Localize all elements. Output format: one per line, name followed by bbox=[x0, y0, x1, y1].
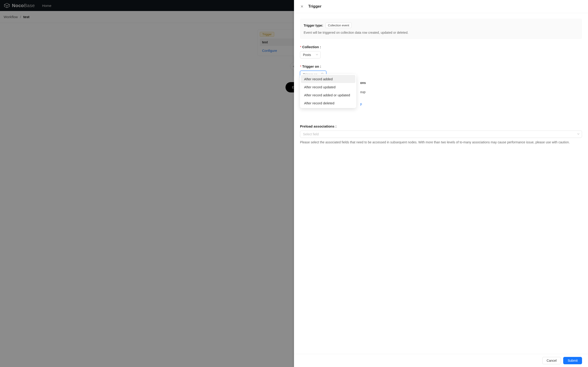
preload-associations-field: Preload associations : Select field Plea… bbox=[300, 124, 582, 145]
preload-placeholder: Select field bbox=[303, 132, 319, 136]
trigger-on-field: *Trigger on : ons oup p After record add… bbox=[300, 65, 582, 78]
obscured-text-fragment: oup bbox=[360, 90, 365, 94]
drawer-title: Trigger bbox=[308, 4, 321, 9]
drawer-body: Trigger type: Collection event Event wil… bbox=[294, 13, 588, 354]
preload-associations-label: Preload associations : bbox=[300, 124, 582, 128]
collection-field: *Collection : Posts bbox=[300, 45, 582, 58]
trigger-on-dropdown: After record added After record updated … bbox=[300, 74, 356, 108]
submit-button[interactable]: Submit bbox=[563, 357, 582, 364]
drawer-footer: Cancel Submit bbox=[294, 354, 588, 367]
trigger-drawer: ✕ Trigger Trigger type: Collection event… bbox=[294, 0, 588, 367]
collection-label: *Collection : bbox=[300, 45, 582, 49]
close-button[interactable]: ✕ bbox=[299, 4, 304, 9]
chevron-down-icon bbox=[316, 53, 318, 56]
trigger-on-option[interactable]: After record added or updated bbox=[301, 91, 355, 99]
preload-help-text: Please select the associated fields that… bbox=[300, 140, 582, 145]
chevron-down-icon bbox=[577, 133, 579, 135]
trigger-on-option[interactable]: After record updated bbox=[301, 83, 355, 91]
trigger-on-option[interactable]: After record added bbox=[301, 75, 355, 83]
preload-associations-select[interactable]: Select field bbox=[300, 131, 582, 138]
cancel-button[interactable]: Cancel bbox=[542, 357, 561, 364]
trigger-type-value: Collection event bbox=[326, 23, 352, 28]
close-icon: ✕ bbox=[300, 4, 303, 9]
drawer-header: ✕ Trigger bbox=[294, 0, 588, 13]
trigger-type-description: Event will be triggered on collection da… bbox=[304, 31, 578, 34]
trigger-on-option[interactable]: After record deleted bbox=[301, 99, 355, 107]
collection-select[interactable]: Posts bbox=[300, 51, 321, 58]
obscured-label-fragment: ons bbox=[360, 81, 366, 85]
trigger-info-block: Trigger type: Collection event Event wil… bbox=[300, 19, 582, 39]
trigger-type-label: Trigger type: bbox=[304, 24, 323, 27]
collection-selected-value: Posts bbox=[303, 53, 311, 57]
trigger-on-label: *Trigger on : bbox=[300, 65, 582, 68]
obscured-link-fragment[interactable]: p bbox=[360, 102, 362, 106]
